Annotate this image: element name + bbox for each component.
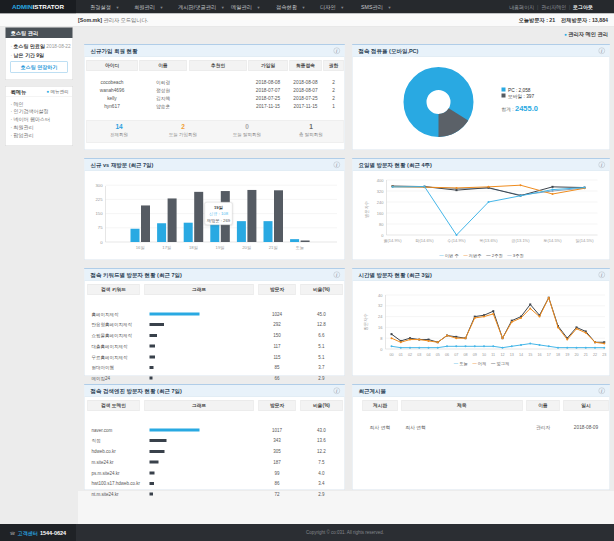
svg-text:오늘: 오늘 <box>296 245 305 250</box>
svg-text:40: 40 <box>378 293 383 298</box>
svg-text:24: 24 <box>378 314 383 319</box>
svg-text:10: 10 <box>482 353 486 357</box>
svg-text:수(14.9%): 수(14.9%) <box>447 238 466 243</box>
svg-text:방문자수: 방문자수 <box>363 314 368 331</box>
svg-text:0: 0 <box>100 240 103 245</box>
svg-text:19: 19 <box>565 353 569 357</box>
svg-text:02: 02 <box>408 353 412 357</box>
svg-text:11: 11 <box>491 353 495 357</box>
svg-text:금(13.1%): 금(13.1%) <box>511 238 530 243</box>
svg-text:06: 06 <box>445 353 449 357</box>
svg-text:18일: 18일 <box>189 245 198 250</box>
svg-text:일(14.5%): 일(14.5%) <box>575 238 594 243</box>
svg-text:160: 160 <box>377 211 384 216</box>
svg-text:09: 09 <box>473 353 477 357</box>
svg-text:00: 00 <box>389 353 393 357</box>
svg-text:01: 01 <box>399 353 403 357</box>
svg-text:21일: 21일 <box>269 245 278 250</box>
svg-text:08: 08 <box>463 353 467 357</box>
svg-text:300: 300 <box>95 183 103 188</box>
svg-text:16: 16 <box>537 353 541 357</box>
svg-text:04: 04 <box>426 353 430 357</box>
svg-text:22: 22 <box>593 353 597 357</box>
svg-text:12: 12 <box>500 353 504 357</box>
svg-text:토(14.5%): 토(14.5%) <box>543 238 562 243</box>
svg-text:150: 150 <box>95 211 103 216</box>
svg-text:13: 13 <box>510 353 514 357</box>
svg-text:21: 21 <box>584 353 588 357</box>
svg-text:400: 400 <box>377 178 384 183</box>
svg-text:8: 8 <box>380 336 383 341</box>
svg-text:0: 0 <box>380 347 383 352</box>
svg-text:18: 18 <box>556 353 560 357</box>
svg-text:240: 240 <box>377 200 384 205</box>
svg-text:월(14.9%): 월(14.9%) <box>383 238 402 243</box>
svg-text:20: 20 <box>574 353 578 357</box>
svg-text:03: 03 <box>417 353 421 357</box>
svg-text:화(14.6%): 화(14.6%) <box>414 238 434 243</box>
svg-text:19일: 19일 <box>216 245 225 250</box>
svg-text:0: 0 <box>381 233 384 238</box>
svg-text:07: 07 <box>454 353 458 357</box>
svg-text:16: 16 <box>378 325 383 330</box>
svg-text:방문자수: 방문자수 <box>364 201 369 218</box>
svg-text:32: 32 <box>378 303 383 308</box>
svg-text:75: 75 <box>98 225 103 230</box>
svg-text:320: 320 <box>377 189 384 194</box>
svg-text:225: 225 <box>95 197 103 202</box>
svg-text:15: 15 <box>528 353 532 357</box>
svg-text:20일: 20일 <box>242 245 251 250</box>
svg-text:목(13.6%): 목(13.6%) <box>479 238 498 243</box>
svg-text:17일: 17일 <box>162 245 171 250</box>
svg-text:14: 14 <box>519 353 523 357</box>
svg-text:17: 17 <box>547 353 551 357</box>
svg-text:80: 80 <box>379 222 384 227</box>
svg-text:23: 23 <box>602 353 606 357</box>
svg-text:16일: 16일 <box>136 245 145 250</box>
svg-text:05: 05 <box>436 353 440 357</box>
